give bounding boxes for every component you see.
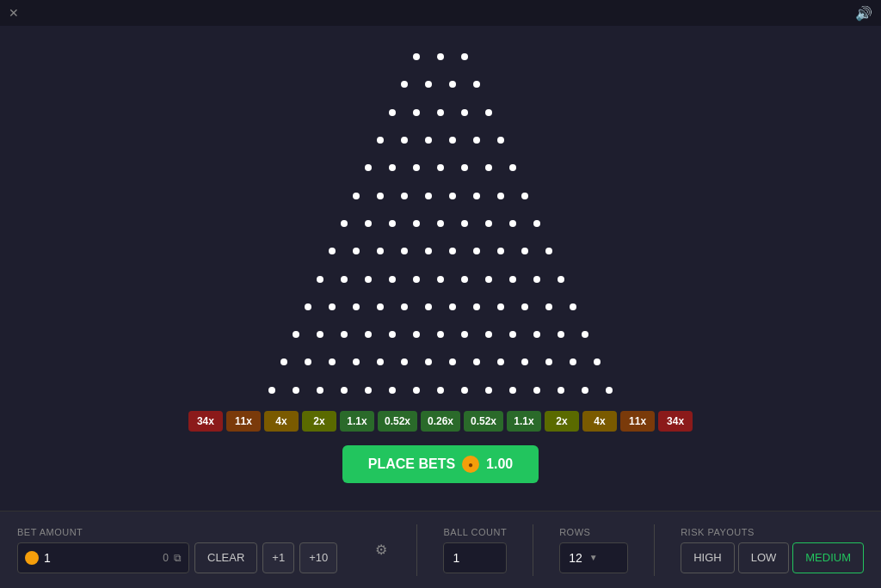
peg — [545, 303, 552, 310]
peg — [437, 387, 444, 394]
peg — [413, 109, 420, 116]
peg — [473, 303, 480, 310]
risk-low-button[interactable]: LOW — [738, 542, 790, 573]
plus1-button[interactable]: +1 — [262, 542, 294, 573]
peg — [341, 331, 348, 338]
peg — [485, 331, 492, 338]
peg — [365, 331, 372, 338]
peg — [449, 248, 456, 254]
peg — [377, 358, 384, 365]
peg — [509, 387, 516, 394]
peg — [389, 220, 396, 227]
peg — [401, 303, 408, 310]
peg — [413, 164, 420, 171]
risk-payouts-section: RISK PAYOUTS HIGH LOW MEDIUM — [681, 527, 864, 573]
peg — [425, 248, 432, 254]
peg — [473, 358, 480, 365]
peg — [365, 164, 372, 171]
peg — [341, 387, 348, 394]
peg — [317, 276, 323, 283]
plinko-board — [182, 43, 699, 404]
peg — [509, 276, 516, 283]
peg — [401, 358, 408, 365]
peg — [521, 193, 528, 199]
risk-medium-button[interactable]: MEDIUM — [792, 542, 864, 573]
peg — [558, 331, 564, 338]
peg — [401, 81, 408, 88]
peg — [413, 331, 420, 338]
peg — [473, 248, 480, 254]
peg — [533, 220, 540, 227]
settings-button[interactable]: ⚙ — [372, 538, 391, 561]
multiplier-badge-2x-right: 2x — [545, 411, 579, 432]
peg-row-8 — [320, 248, 561, 254]
peg — [401, 193, 408, 199]
bet-amount-label: BET AMOUNT — [17, 527, 354, 537]
peg — [437, 220, 444, 227]
multiplier-badge-34x-left: 34x — [188, 411, 223, 432]
ball-count-section: BALL COUNT 1 — [443, 527, 507, 573]
peg — [521, 248, 528, 254]
peg — [389, 387, 396, 394]
peg — [437, 164, 444, 171]
peg — [497, 303, 504, 310]
risk-high-button[interactable]: HIGH — [681, 542, 735, 573]
bet-amount-section: BET AMOUNT 1 0 ⧉ CLEAR +1 +10 — [17, 527, 354, 573]
peg — [389, 331, 396, 338]
peg — [389, 276, 396, 283]
peg — [582, 331, 588, 338]
peg — [570, 303, 576, 310]
peg — [413, 53, 420, 60]
peg — [425, 137, 432, 144]
place-bets-button[interactable]: PLACE BETS ● 1.00 — [342, 445, 539, 483]
peg-row-1 — [404, 53, 477, 60]
ball-count-input[interactable]: 1 — [443, 542, 507, 573]
peg — [485, 387, 492, 394]
peg — [425, 358, 432, 365]
peg-row-5 — [356, 164, 525, 171]
peg — [268, 387, 275, 394]
copy-icon[interactable]: ⧉ — [174, 552, 182, 564]
multiplier-badge-052x-left: 0.52x — [378, 411, 417, 432]
divider-3 — [654, 524, 655, 576]
peg — [558, 387, 564, 394]
peg — [497, 248, 504, 254]
sound-button[interactable]: 🔊 — [855, 5, 872, 21]
peg-row-6 — [344, 193, 537, 199]
peg-row-9 — [308, 276, 573, 283]
peg — [401, 248, 408, 254]
peg — [353, 193, 360, 199]
peg — [485, 220, 492, 227]
rows-select[interactable]: 12 ▼ — [559, 542, 628, 573]
bottom-panel: BET AMOUNT 1 0 ⧉ CLEAR +1 +10 ⚙ BALL COU… — [0, 511, 881, 588]
peg — [305, 358, 311, 365]
multiplier-badge-052x-right: 0.52x — [464, 411, 503, 432]
peg — [461, 109, 468, 116]
peg — [329, 358, 336, 365]
bet-input-wrap[interactable]: 1 0 ⧉ — [17, 542, 189, 573]
peg — [509, 331, 516, 338]
multiplier-badge-026x: 0.26x — [421, 411, 460, 432]
bet-amount-controls: 1 0 ⧉ CLEAR +1 +10 — [17, 542, 354, 573]
peg — [317, 331, 323, 338]
peg-row-2 — [392, 81, 489, 88]
peg — [377, 303, 384, 310]
multiplier-badge-4x-right: 4x — [582, 411, 617, 432]
plus10-button[interactable]: +10 — [299, 542, 337, 573]
close-button[interactable]: ✕ — [9, 6, 19, 20]
rows-section: ROWS 12 ▼ — [559, 527, 628, 573]
peg-row-11 — [284, 331, 597, 338]
divider-2 — [533, 524, 533, 576]
peg — [329, 303, 336, 310]
peg — [389, 164, 396, 171]
peg — [437, 276, 444, 283]
bet-coin-icon — [25, 551, 39, 565]
peg — [389, 109, 396, 116]
rows-label: ROWS — [559, 527, 628, 537]
peg — [461, 331, 468, 338]
peg — [377, 248, 384, 254]
peg — [509, 164, 516, 171]
clear-button[interactable]: CLEAR — [194, 542, 257, 573]
multiplier-badge-11x-inner-left: 1.1x — [340, 411, 374, 432]
peg — [377, 193, 384, 199]
